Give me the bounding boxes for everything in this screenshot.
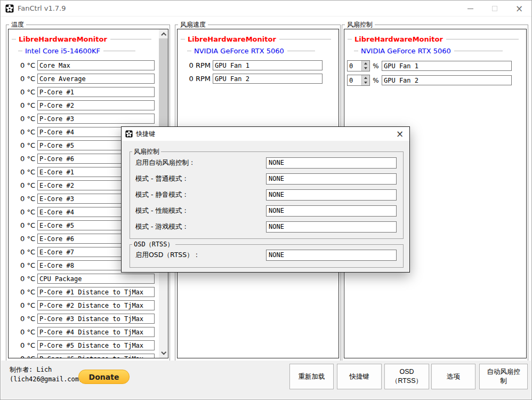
hotkey-input[interactable] <box>266 221 397 233</box>
fan-percent-input[interactable] <box>348 75 361 85</box>
hotkey-label: 启用自动风扇控制 : <box>135 158 266 167</box>
hotkey-label: 模式 - 性能模式 : <box>135 206 266 215</box>
window-title: FanCtrl v1.7.9 <box>18 4 66 12</box>
fan-speed-row: 0 RPM <box>178 72 338 85</box>
sensor-value: 0 °C <box>9 235 35 243</box>
scroll-up-button[interactable] <box>159 29 168 38</box>
sensor-row: 0 °C <box>9 339 159 352</box>
fan-percent-input[interactable] <box>348 61 361 71</box>
hotkey-input[interactable] <box>266 189 397 201</box>
hotkey-row: 模式 - 普通模式 : <box>130 171 403 187</box>
footer: 制作者: Lich (lich426@gmail.com) Donate 重新加… <box>1 361 531 399</box>
sensor-value: 0 °C <box>9 341 35 349</box>
hotkey-input[interactable] <box>266 157 397 169</box>
options-button[interactable]: 选项 <box>431 364 475 389</box>
sensor-row: 0 °C <box>9 99 159 112</box>
hotkey-group-label: 风扇控制 <box>132 148 161 155</box>
sensor-value: 0 °C <box>9 315 35 323</box>
close-button[interactable]: × <box>507 1 531 17</box>
sensor-value: 0 °C <box>9 261 35 269</box>
sensor-row: 0 °C <box>9 325 159 339</box>
sensor-row: 0 °C <box>9 285 159 299</box>
minimize-button[interactable] <box>458 1 482 17</box>
author-email: (lich426@gmail.com) <box>10 374 83 384</box>
spinner-down-button[interactable] <box>362 81 369 86</box>
auto-fan-control-button[interactable]: 自动风扇控制 <box>479 364 528 389</box>
sensor-row: 0 °C <box>9 112 159 125</box>
sensor-name-input[interactable] <box>37 340 155 350</box>
sensor-name-input[interactable] <box>37 100 155 110</box>
sensor-source-header: LibreHardwareMonitor <box>12 34 151 44</box>
percent-label: % <box>370 62 382 70</box>
hotkey-input[interactable] <box>266 250 397 261</box>
hotkey-label: 启用OSD（RTSS） : <box>135 251 266 260</box>
sensor-name-input[interactable] <box>37 74 155 84</box>
hotkey-group-fan-control: 风扇控制 启用自动风扇控制 : 模式 - 普通模式 : 模式 - 静音模式 : <box>130 151 404 239</box>
sensor-name-input[interactable] <box>37 300 155 310</box>
hotkey-row-list: 启用自动风扇控制 : 模式 - 普通模式 : 模式 - 静音模式 : <box>130 152 403 235</box>
sensor-value: 0 °C <box>9 288 35 296</box>
sensor-row: 0 °C <box>9 272 159 285</box>
sensor-source-header: LibreHardwareMonitor <box>348 34 519 44</box>
fan-control-row: % <box>344 73 526 87</box>
sensor-name-input[interactable] <box>37 60 155 70</box>
hotkey-input[interactable] <box>266 173 397 185</box>
sensor-name-input[interactable] <box>37 327 155 337</box>
sensor-row: 0 °C <box>9 352 159 358</box>
dialog-titlebar: 快捷键 × <box>122 127 409 141</box>
sensor-name-input[interactable] <box>37 274 155 284</box>
temperature-group-label: 温度 <box>9 20 26 29</box>
sensor-device-header: NVIDIA GeForce RTX 5060 <box>187 46 315 55</box>
hotkey-row: 启用OSD（RTSS） : <box>130 247 403 263</box>
titlebar: FanCtrl v1.7.9 × <box>1 1 531 17</box>
donate-button[interactable]: Donate <box>78 370 130 384</box>
osd-rtss-button[interactable]: OSD（RTSS） <box>384 364 429 389</box>
sensor-value: 0 °C <box>9 115 35 123</box>
sensor-source-header: LibreHardwareMonitor <box>181 34 331 44</box>
spinner-up-button[interactable] <box>362 75 369 81</box>
sensor-value: 0 °C <box>9 275 35 283</box>
fan-name-input[interactable] <box>382 61 512 71</box>
fan-name-input[interactable] <box>213 60 323 70</box>
sensor-name-input[interactable] <box>37 314 155 324</box>
sensor-value: 0 °C <box>9 248 35 256</box>
sensor-value: 0 °C <box>9 155 35 163</box>
fan-control-group-label: 风扇控制 <box>345 20 375 29</box>
sensor-value: 0 °C <box>9 181 35 189</box>
sensor-name-input[interactable] <box>37 354 155 358</box>
fan-percent-spinner[interactable] <box>347 75 370 86</box>
fan-speed-row: 0 RPM <box>178 59 338 72</box>
fan-control-list: % % <box>344 55 526 87</box>
spinner-up-button[interactable] <box>362 61 369 66</box>
fan-name-input[interactable] <box>213 74 323 84</box>
sensor-value: 0 °C <box>9 101 35 109</box>
sensor-value: 0 °C <box>9 221 35 229</box>
hotkey-row: 模式 - 性能模式 : <box>130 203 403 219</box>
sensor-name-input[interactable] <box>37 87 155 97</box>
hotkey-label: 模式 - 普通模式 : <box>135 174 266 183</box>
sensor-row: 0 °C <box>9 85 159 99</box>
sensor-device-header: Intel Core i5-14600KF <box>18 46 135 55</box>
reload-button[interactable]: 重新加载 <box>289 364 334 389</box>
hotkey-row: 启用自动风扇控制 : <box>130 155 403 171</box>
fan-name-input[interactable] <box>382 75 512 85</box>
hotkeys-button[interactable]: 快捷键 <box>337 364 382 389</box>
sensor-value: 0 °C <box>9 301 35 309</box>
sensor-value: 0 °C <box>9 88 35 96</box>
sensor-name-input[interactable] <box>37 114 155 124</box>
fan-icon <box>125 130 133 138</box>
sensor-name-input[interactable] <box>37 287 155 297</box>
fan-speed-value: 0 RPM <box>178 61 211 69</box>
dialog-close-button[interactable]: × <box>391 127 408 141</box>
author-info: 制作者: Lich (lich426@gmail.com) <box>10 365 83 384</box>
hotkey-input[interactable] <box>266 205 397 217</box>
sensor-value: 0 °C <box>9 128 35 136</box>
fan-percent-spinner[interactable] <box>347 60 370 71</box>
scroll-down-button[interactable] <box>159 349 168 358</box>
sensor-value: 0 °C <box>9 195 35 203</box>
percent-label: % <box>370 77 382 84</box>
dialog-title: 快捷键 <box>136 130 155 139</box>
fan-speed-value: 0 RPM <box>178 75 211 83</box>
sensor-row: 0 °C <box>9 59 159 72</box>
spinner-down-button[interactable] <box>362 66 369 71</box>
